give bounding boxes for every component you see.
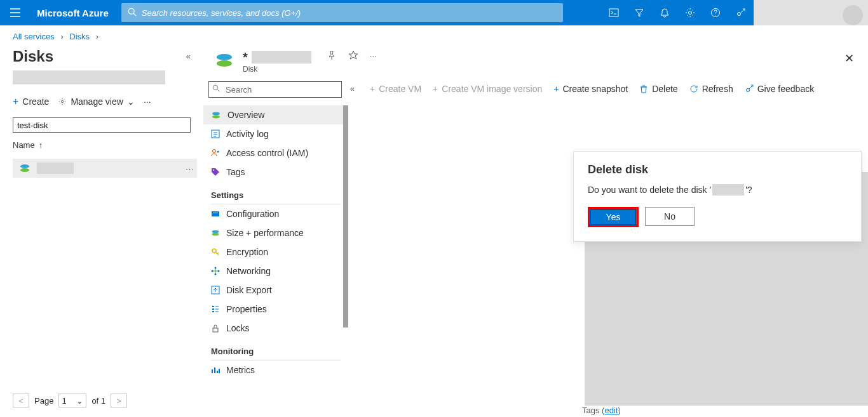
feedback-icon[interactable] <box>728 0 754 25</box>
nav-activity-log[interactable]: Activity log <box>203 124 348 143</box>
page-of-label: of 1 <box>92 396 105 406</box>
svg-point-6 <box>62 100 64 103</box>
svg-point-13 <box>212 112 220 116</box>
filter-icon[interactable] <box>627 0 652 25</box>
nav-configuration[interactable]: Configuration <box>203 204 348 223</box>
create-label: Create <box>22 96 49 107</box>
disk-row[interactable]: ··· <box>13 159 197 178</box>
more-menu[interactable]: ··· <box>144 96 151 107</box>
nav-size-performance[interactable]: Size + performance <box>203 223 348 242</box>
nav-locks[interactable]: Locks <box>203 319 348 338</box>
dialog-disk-name-redacted <box>712 184 744 195</box>
row-context-menu[interactable]: ··· <box>186 164 194 173</box>
create-vm-image-button[interactable]: + Create VM image version <box>433 84 542 94</box>
plus-icon: + <box>13 96 18 107</box>
nav-encryption[interactable]: Encryption <box>203 242 348 261</box>
pager: < Page 1 ⌄ of 1 > <box>13 394 127 407</box>
manage-view-button[interactable]: Manage view ⌄ <box>58 96 135 107</box>
pin-icon[interactable] <box>327 50 337 60</box>
resource-toolbar: + Create VM + Create VM image version + … <box>348 81 868 103</box>
chevron-right-icon: › <box>96 32 98 41</box>
nav-disk-export[interactable]: Disk Export <box>203 281 348 300</box>
yes-button[interactable]: Yes <box>590 209 637 225</box>
svg-point-30 <box>746 89 749 92</box>
feedback-icon <box>745 84 754 93</box>
svg-point-26 <box>212 270 214 272</box>
tags-edit-link[interactable]: edit <box>604 406 618 415</box>
chevron-down-icon: ⌄ <box>76 396 83 406</box>
hamburger-menu[interactable] <box>0 8 31 17</box>
search-icon <box>212 84 220 93</box>
page-title: Disks <box>13 48 203 65</box>
tag-icon <box>211 168 220 176</box>
global-search-wrap <box>121 3 563 22</box>
brand-label[interactable]: Microsoft Azure <box>31 8 121 18</box>
page-label: Page <box>34 396 53 406</box>
plus-icon: + <box>553 84 559 94</box>
disk-icon <box>211 229 220 237</box>
give-feedback-button[interactable]: Give feedback <box>745 84 815 94</box>
create-vm-button[interactable]: + Create VM <box>370 84 421 94</box>
breadcrumb-disks[interactable]: Disks <box>69 32 90 41</box>
avatar[interactable] <box>843 5 863 25</box>
resource-name-redacted <box>252 51 311 63</box>
disk-icon <box>211 111 221 119</box>
nav-overview[interactable]: Overview <box>203 105 348 124</box>
svg-point-3 <box>689 11 692 15</box>
svg-point-24 <box>215 267 217 269</box>
column-header-name[interactable]: Name ↑ <box>13 140 203 150</box>
cloud-shell-icon[interactable] <box>601 0 627 25</box>
svg-line-1 <box>133 13 136 16</box>
sort-asc-icon: ↑ <box>39 140 43 150</box>
create-button[interactable]: + Create <box>13 96 49 107</box>
star-icon[interactable] <box>348 50 358 60</box>
svg-line-12 <box>217 89 220 92</box>
resource-type-label: Disk <box>243 65 311 74</box>
prev-page-button[interactable]: < <box>13 394 29 407</box>
nav-networking[interactable]: Networking <box>203 261 348 281</box>
more-icon[interactable]: ··· <box>370 51 377 60</box>
breadcrumb: All services › Disks › <box>0 25 868 45</box>
main-content: Disks « + Create Manage view ⌄ ··· Name … <box>0 45 868 415</box>
resource-panel: ✕ * Disk ··· <box>203 45 868 415</box>
dialog-title: Delete disk <box>588 163 847 176</box>
no-button[interactable]: No <box>645 207 695 226</box>
disk-icon <box>215 53 234 68</box>
properties-icon <box>211 305 220 314</box>
svg-rect-20 <box>213 213 218 213</box>
breadcrumb-all-services[interactable]: All services <box>13 32 55 41</box>
close-blade-button[interactable]: ✕ <box>844 51 854 65</box>
nav-metrics[interactable]: Metrics <box>203 361 348 380</box>
gear-icon <box>58 97 67 106</box>
disk-icon <box>19 164 31 173</box>
svg-point-8 <box>20 168 29 172</box>
collapse-left-icon[interactable]: « <box>186 51 191 61</box>
svg-point-22 <box>212 233 219 236</box>
next-page-button[interactable]: > <box>111 394 127 407</box>
create-snapshot-button[interactable]: + Create snapshot <box>553 84 628 94</box>
page-select[interactable]: 1 ⌄ <box>58 394 86 407</box>
settings-icon[interactable] <box>677 0 703 25</box>
nav-iam[interactable]: Access control (IAM) <box>203 143 348 162</box>
svg-point-16 <box>213 150 216 153</box>
global-search-input[interactable] <box>121 3 563 22</box>
dialog-message: Do you want to delete the disk ' '? <box>588 184 847 195</box>
trash-icon <box>639 84 648 93</box>
svg-point-27 <box>218 270 220 272</box>
top-icons <box>601 0 754 25</box>
delete-button[interactable]: Delete <box>639 84 677 94</box>
config-icon <box>211 209 220 218</box>
nav-search-input[interactable] <box>208 81 342 98</box>
svg-point-14 <box>212 116 220 119</box>
refresh-button[interactable]: Refresh <box>689 84 733 94</box>
nav-properties[interactable]: Properties <box>203 300 348 319</box>
svg-point-25 <box>215 274 217 275</box>
help-icon[interactable] <box>703 0 728 25</box>
filter-input[interactable] <box>13 117 191 133</box>
nav-tags[interactable]: Tags <box>203 162 348 182</box>
nav-scrollbar[interactable] <box>343 105 348 328</box>
plus-icon: + <box>433 84 438 94</box>
search-icon <box>128 8 137 17</box>
svg-rect-29 <box>213 328 218 332</box>
notifications-icon[interactable] <box>652 0 677 25</box>
